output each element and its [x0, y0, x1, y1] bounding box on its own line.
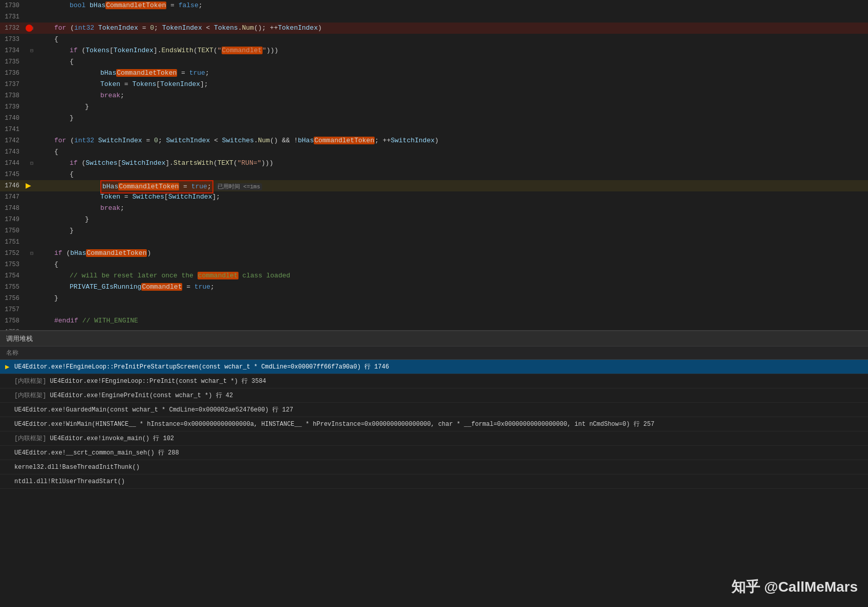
code-line-1740: 1740 } — [0, 113, 868, 124]
callstack-list: ▶ UE4Editor.exe!FEngineLoop::PreInitPreS… — [0, 360, 868, 489]
code-line-1754: 1754 // will be reset later once the com… — [0, 270, 868, 281]
callstack-column-header: 名称 — [0, 346, 868, 360]
code-line-1753: 1753 { — [0, 259, 868, 270]
callstack-item[interactable]: UE4Editor.exe!GuardedMain(const wchar_t … — [0, 403, 868, 417]
callstack-item[interactable]: [内联框架] UE4Editor.exe!invoke_main() 行 102 — [0, 431, 868, 446]
callstack-item-text: [内联框架] UE4Editor.exe!invoke_main() 行 102 — [14, 434, 174, 443]
fold-icon-1734[interactable]: ⊟ — [30, 48, 33, 54]
code-line-1735: 1735 { — [0, 56, 868, 68]
code-line-1738: 1738 break; — [0, 90, 868, 101]
callstack-name-column: 名称 — [6, 349, 18, 357]
callstack-item-text: UE4Editor.exe!WinMain(HINSTANCE__ * hIns… — [14, 420, 655, 428]
current-execution-arrow: ▶ — [26, 180, 31, 191]
inlay-hint-time: 已用时间 <=1ms — [215, 183, 263, 190]
code-line-1736: 1736 bHasCommandletToken = true; — [0, 68, 868, 79]
code-line-1756: 1756 } — [0, 293, 868, 304]
code-line-1757: 1757 — [0, 304, 868, 315]
code-line-1739: 1739 } — [0, 101, 868, 113]
callstack-item[interactable]: [内联框架] UE4Editor.exe!EnginePreInit(const… — [0, 388, 868, 403]
fold-icon-1744[interactable]: ⊟ — [30, 160, 33, 166]
code-line-1733: 1733 { — [0, 34, 868, 45]
watermark: 知乎 @CallMeMars — [731, 577, 858, 597]
callstack-item[interactable]: UE4Editor.exe!WinMain(HINSTANCE__ * hIns… — [0, 417, 868, 431]
callstack-item[interactable]: ntdll.dll!RtlUserThreadStart() — [0, 474, 868, 489]
current-frame-arrow: ▶ — [5, 362, 9, 371]
code-line-1742: 1742 for (int32 SwitchIndex = 0; SwitchI… — [0, 135, 868, 146]
code-line-1741: 1741 — [0, 124, 868, 135]
code-line-1751: 1751 — [0, 236, 868, 248]
code-line-1750: 1750 } — [0, 225, 868, 236]
callstack-item[interactable]: kernel32.dll!BaseThreadInitThunk() — [0, 460, 868, 474]
fold-icon-1752[interactable]: ⊟ — [30, 250, 33, 256]
code-line-1730: 1730 bool bHasCommandletToken = false; — [0, 0, 868, 11]
callstack-item-text: [内联框架] UE4Editor.exe!FEngineLoop::PreIni… — [14, 377, 266, 385]
code-line-1759: 1759 — [0, 327, 868, 330]
code-line-1758: 1758 #endif // WITH_ENGINE — [0, 315, 868, 327]
code-line-1746: 1746 ▶ bHasCommandletToken = true;已用时间 <… — [0, 180, 868, 191]
callstack-item-text: [内联框架] UE4Editor.exe!EnginePreInit(const… — [14, 391, 233, 400]
code-line-1731: 1731 — [0, 11, 868, 23]
code-editor: 1730 bool bHasCommandletToken = false; 1… — [0, 0, 868, 330]
code-line-1755: 1755 PRIVATE_GIsRunningCommandlet = true… — [0, 281, 868, 293]
callstack-item[interactable]: ▶ UE4Editor.exe!FEngineLoop::PreInitPreS… — [0, 360, 868, 374]
callstack-item[interactable]: UE4Editor.exe!__scrt_common_main_seh() 行… — [0, 446, 868, 460]
callstack-item-text: UE4Editor.exe!__scrt_common_main_seh() 行… — [14, 448, 179, 457]
callstack-title: 调用堆栈 — [6, 334, 33, 343]
code-line-1747: 1747 Token = Switches[SwitchIndex]; — [0, 191, 868, 203]
code-line-1752: 1752 ⊟ if (bHasCommandletToken) — [0, 248, 868, 259]
callstack-item[interactable]: [内联框架] UE4Editor.exe!FEngineLoop::PreIni… — [0, 374, 868, 388]
code-line-1734: 1734 ⊟ if (Tokens[TokenIndex].EndsWith(T… — [0, 45, 868, 56]
code-line-1737: 1737 Token = Tokens[TokenIndex]; — [0, 79, 868, 90]
code-line-1749: 1749 } — [0, 214, 868, 225]
callstack-item-text: UE4Editor.exe!FEngineLoop::PreInitPreSta… — [14, 362, 389, 371]
code-line-1748: 1748 break; — [0, 203, 868, 214]
breakpoint-indicator — [26, 25, 33, 32]
code-line-1745: 1745 { — [0, 169, 868, 180]
code-line-1743: 1743 { — [0, 146, 868, 158]
callstack-header: 调用堆栈 — [0, 331, 868, 346]
code-line-1732: 1732 ⊟ for (int32 TokenIndex = 0; TokenI… — [0, 23, 868, 34]
callstack-item-text: UE4Editor.exe!GuardedMain(const wchar_t … — [14, 405, 293, 414]
callstack-item-text: ntdll.dll!RtlUserThreadStart() — [14, 478, 125, 485]
code-line-1744: 1744 ⊟ if (Switches[SwitchIndex].StartsW… — [0, 158, 868, 169]
callstack-item-text: kernel32.dll!BaseThreadInitThunk() — [14, 464, 140, 471]
callstack-panel: 调用堆栈 名称 ▶ UE4Editor.exe!FEngineLoop::Pre… — [0, 331, 868, 607]
